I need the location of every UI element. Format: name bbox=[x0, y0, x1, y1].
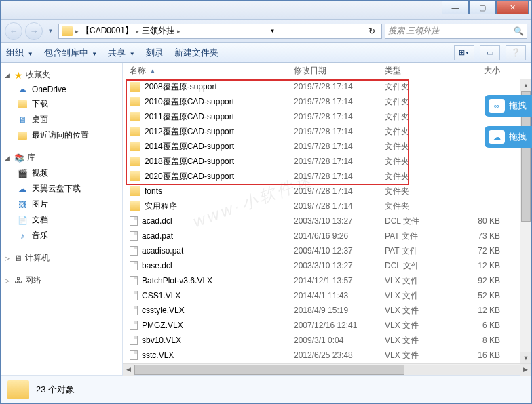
column-headers: 名称▲ 修改日期 类型 大小 bbox=[123, 63, 531, 79]
file-row[interactable]: CSS1.VLX2014/4/1 11:43VLX 文件52 KB bbox=[123, 288, 520, 303]
file-row[interactable]: 2011覆盖原CAD-support2019/7/28 17:14文件夹 bbox=[123, 109, 520, 124]
file-type: VLX 文件 bbox=[385, 320, 453, 331]
libraries-header[interactable]: ◢ 📚 库 bbox=[3, 150, 119, 165]
file-row[interactable]: 2020覆盖原CAD-support2019/7/28 17:14文件夹 bbox=[123, 169, 520, 184]
file-list[interactable]: 2008覆盖原-support2019/7/28 17:14文件夹2010覆盖原… bbox=[123, 79, 520, 363]
sidebar-desktop[interactable]: 🖥桌面 bbox=[3, 112, 119, 127]
sidebar-recent[interactable]: 最近访问的位置 bbox=[3, 127, 119, 143]
sidebar-documents[interactable]: 📄文档 bbox=[3, 212, 119, 228]
toolbar: 组织 ▼ 包含到库中 ▼ 共享 ▼ 刻录 新建文件夹 ⊞▼ ▭ ❔ bbox=[1, 43, 531, 63]
scroll-thumb[interactable] bbox=[134, 365, 404, 375]
music-icon: ♪ bbox=[17, 231, 28, 241]
side-action-2[interactable]: ☁拖拽 bbox=[484, 126, 532, 148]
col-size-header[interactable]: 大小 bbox=[453, 65, 507, 77]
address-dropdown[interactable]: ▼ bbox=[265, 24, 280, 39]
network-header[interactable]: ▷ 🖧 网络 bbox=[3, 272, 119, 288]
file-row[interactable]: 2008覆盖原-support2019/7/28 17:14文件夹 bbox=[123, 79, 520, 94]
col-type-header[interactable]: 类型 bbox=[385, 65, 453, 77]
scroll-up-arrow[interactable]: ▲ bbox=[520, 79, 531, 91]
address-input[interactable]: ▸ 【CAD0001】 ▸ 三领外挂 ▸ ▼ ↻ bbox=[58, 24, 382, 39]
file-date: 2019/7/28 17:14 bbox=[294, 201, 385, 211]
file-row[interactable]: BatchPlot-v3.6.VLX2014/12/1 13:57VLX 文件9… bbox=[123, 273, 520, 288]
sort-arrow-icon: ▲ bbox=[150, 68, 155, 74]
file-row[interactable]: 2018覆盖原CAD-support2019/7/28 17:14文件夹 bbox=[123, 154, 520, 169]
sidebar-downloads[interactable]: 下载 bbox=[3, 96, 119, 112]
file-name: PMGZ.VLX bbox=[142, 321, 183, 330]
file-date: 2009/3/1 0:04 bbox=[294, 336, 385, 345]
crumb-1[interactable]: 【CAD0001】 bbox=[81, 25, 133, 37]
file-date: 2012/6/25 23:48 bbox=[294, 350, 385, 360]
file-row[interactable]: PMGZ.VLX2007/12/16 12:41VLX 文件6 KB bbox=[123, 318, 520, 333]
sidebar-music[interactable]: ♪音乐 bbox=[3, 228, 119, 243]
file-name: 2010覆盖原CAD-support bbox=[145, 96, 234, 108]
col-name-header[interactable]: 名称▲ bbox=[123, 65, 294, 77]
file-name: acad.pat bbox=[142, 231, 173, 241]
sidebar-tianyi[interactable]: ☁天翼云盘下载 bbox=[3, 181, 119, 197]
file-size: 16 KB bbox=[453, 350, 507, 360]
file-row[interactable]: fonts2019/7/28 17:14文件夹 bbox=[123, 184, 520, 199]
back-button[interactable]: ← bbox=[5, 22, 22, 40]
file-row[interactable]: base.dcl2003/3/10 13:27DCL 文件12 KB bbox=[123, 258, 520, 273]
help-button[interactable]: ❔ bbox=[506, 45, 526, 60]
file-row[interactable]: acadiso.pat2009/4/10 12:37PAT 文件72 KB bbox=[123, 243, 520, 258]
view-mode-button[interactable]: ⊞▼ bbox=[454, 45, 474, 60]
file-type: 文件夹 bbox=[385, 141, 453, 153]
content-area: 名称▲ 修改日期 类型 大小 2008覆盖原-support2019/7/28 … bbox=[123, 63, 531, 375]
scroll-left-arrow[interactable]: ◀ bbox=[123, 364, 134, 376]
file-type: 文件夹 bbox=[385, 96, 453, 108]
nav-history-dropdown[interactable]: ▼ bbox=[45, 25, 56, 37]
infinity-icon: ∞ bbox=[489, 99, 505, 113]
forward-button[interactable]: → bbox=[25, 22, 43, 40]
crumb-2[interactable]: 三领外挂 bbox=[142, 25, 174, 37]
file-size: 8 KB bbox=[453, 336, 507, 345]
horizontal-scrollbar[interactable]: ◀ ▶ bbox=[123, 363, 531, 375]
item-count: 23 个对象 bbox=[36, 384, 75, 396]
file-icon bbox=[130, 231, 138, 241]
file-row[interactable]: csstyle.VLX2018/4/9 15:19VLX 文件12 KB bbox=[123, 303, 520, 318]
scroll-down-arrow[interactable]: ▼ bbox=[520, 352, 531, 363]
burn-button[interactable]: 刻录 bbox=[146, 47, 164, 59]
file-icon bbox=[130, 321, 138, 330]
file-row[interactable]: 2012覆盖原CAD-support2019/7/28 17:14文件夹 bbox=[123, 124, 520, 139]
file-name: 2020覆盖原CAD-support bbox=[145, 171, 234, 182]
organize-menu[interactable]: 组织 ▼ bbox=[6, 47, 33, 59]
file-date: 2018/4/9 15:19 bbox=[294, 306, 385, 315]
search-placeholder: 搜索 三领外挂 bbox=[388, 25, 439, 37]
share-menu[interactable]: 共享 ▼ bbox=[108, 47, 135, 59]
file-row[interactable]: acad.pat2014/6/16 9:26PAT 文件73 KB bbox=[123, 228, 520, 243]
maximize-button[interactable]: ▢ bbox=[469, 1, 496, 14]
favorites-header[interactable]: ◢ ★ 收藏夹 bbox=[3, 67, 119, 83]
file-size: 73 KB bbox=[453, 231, 507, 241]
sidebar-videos[interactable]: 🎬视频 bbox=[3, 165, 119, 181]
picture-icon: 🖼 bbox=[17, 200, 28, 209]
desktop-icon: 🖥 bbox=[17, 115, 28, 125]
file-date: 2014/6/16 9:26 bbox=[294, 231, 385, 241]
preview-pane-button[interactable]: ▭ bbox=[480, 45, 500, 60]
sidebar-onedrive[interactable]: ☁OneDrive bbox=[3, 83, 119, 96]
file-name: fonts bbox=[145, 186, 162, 196]
new-folder-button[interactable]: 新建文件夹 bbox=[174, 47, 218, 59]
close-button[interactable]: ✕ bbox=[496, 1, 529, 14]
computer-header[interactable]: ▷ 🖥 计算机 bbox=[3, 250, 119, 266]
file-size: 6 KB bbox=[453, 321, 507, 330]
file-name: 2008覆盖原-support bbox=[145, 81, 217, 93]
file-row[interactable]: sstc.VLX2012/6/25 23:48VLX 文件16 KB bbox=[123, 348, 520, 363]
file-row[interactable]: sbv10.VLX2009/3/1 0:04VLX 文件8 KB bbox=[123, 333, 520, 348]
include-menu[interactable]: 包含到库中 ▼ bbox=[44, 47, 98, 59]
col-date-header[interactable]: 修改日期 bbox=[294, 65, 385, 77]
minimize-button[interactable]: — bbox=[442, 1, 469, 14]
search-input[interactable]: 搜索 三领外挂 🔍 bbox=[385, 24, 527, 39]
sidebar-pictures[interactable]: 🖼图片 bbox=[3, 197, 119, 212]
file-row[interactable]: acad.dcl2003/3/10 13:27DCL 文件80 KB bbox=[123, 214, 520, 228]
file-date: 2019/7/28 17:14 bbox=[294, 97, 385, 106]
refresh-button[interactable]: ↻ bbox=[364, 24, 379, 39]
file-row[interactable]: 2014覆盖原CAD-support2019/7/28 17:14文件夹 bbox=[123, 139, 520, 154]
file-row[interactable]: 实用程序2019/7/28 17:14文件夹 bbox=[123, 199, 520, 214]
file-size: 92 KB bbox=[453, 276, 507, 285]
side-action-1[interactable]: ∞拖拽 bbox=[484, 95, 532, 117]
file-size: 72 KB bbox=[453, 246, 507, 256]
file-type: 文件夹 bbox=[385, 156, 453, 167]
file-row[interactable]: 2010覆盖原CAD-support2019/7/28 17:14文件夹 bbox=[123, 94, 520, 109]
scroll-right-arrow[interactable]: ▶ bbox=[520, 364, 531, 376]
file-name: 2012覆盖原CAD-support bbox=[145, 126, 234, 138]
